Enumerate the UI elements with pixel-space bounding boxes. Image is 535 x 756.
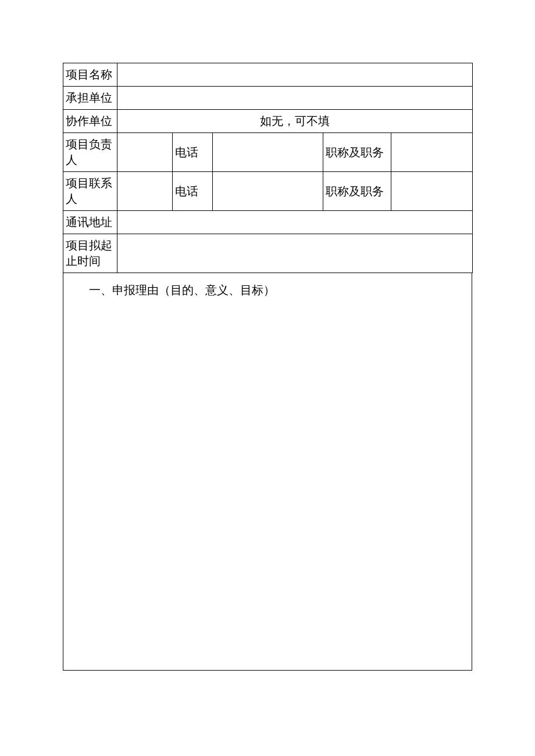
value-contact-title[interactable] — [391, 172, 473, 211]
row-duration: 项目拟起止时间 — [63, 234, 473, 273]
label-leader-phone: 电话 — [173, 133, 213, 172]
label-contact-title: 职称及职务 — [323, 172, 391, 211]
value-org[interactable] — [117, 87, 473, 110]
section-reason-box[interactable]: 一、申报理由（目的、意义、目标） — [63, 273, 472, 671]
label-org: 承担单位 — [63, 87, 117, 110]
row-project-name: 项目名称 — [63, 63, 473, 87]
label-address: 通讯地址 — [63, 211, 117, 234]
label-project-name: 项目名称 — [63, 63, 117, 87]
info-table: 项目名称 承担单位 协作单位 如无，可不填 项目负责人 电话 职称及职务 项目联… — [63, 63, 473, 273]
value-coop[interactable]: 如无，可不填 — [117, 110, 473, 133]
value-duration[interactable] — [117, 234, 473, 273]
section-reason-title: 一、申报理由（目的、意义、目标） — [89, 282, 460, 298]
row-address: 通讯地址 — [63, 211, 473, 234]
label-contact: 项目联系人 — [63, 172, 117, 211]
label-contact-phone: 电话 — [173, 172, 213, 211]
row-org: 承担单位 — [63, 87, 473, 110]
value-project-name[interactable] — [117, 63, 473, 87]
label-leader: 项目负责人 — [63, 133, 117, 172]
value-contact-phone[interactable] — [213, 172, 323, 211]
row-contact: 项目联系人 电话 职称及职务 — [63, 172, 473, 211]
value-leader-phone[interactable] — [213, 133, 323, 172]
row-leader: 项目负责人 电话 职称及职务 — [63, 133, 473, 172]
form-page: 项目名称 承担单位 协作单位 如无，可不填 项目负责人 电话 职称及职务 项目联… — [0, 0, 535, 671]
row-coop: 协作单位 如无，可不填 — [63, 110, 473, 133]
value-leader-name[interactable] — [117, 133, 173, 172]
value-address[interactable] — [117, 211, 473, 234]
value-leader-title[interactable] — [391, 133, 473, 172]
label-leader-title: 职称及职务 — [323, 133, 391, 172]
label-duration: 项目拟起止时间 — [63, 234, 117, 273]
label-coop: 协作单位 — [63, 110, 117, 133]
value-contact-name[interactable] — [117, 172, 173, 211]
